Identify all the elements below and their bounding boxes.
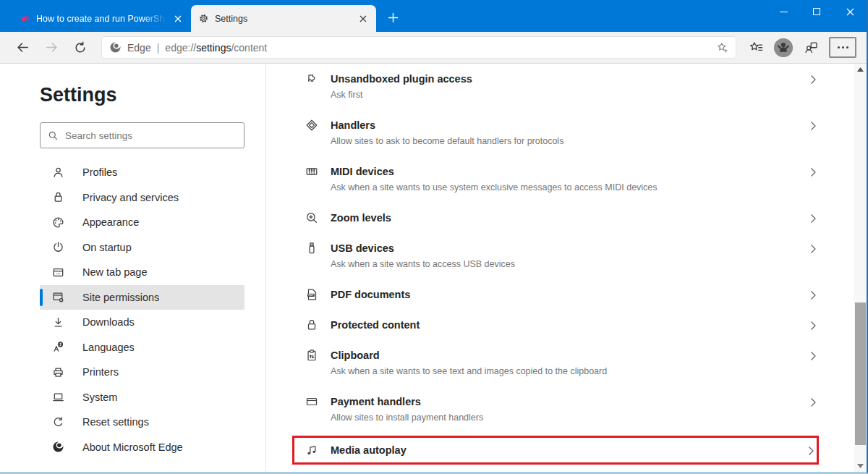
tab-powershell-article[interactable]: How to create and run PowerShe (13, 5, 191, 32)
midi-icon (305, 165, 318, 178)
setting-row-clipboard[interactable]: Clipboard Ask when a site wants to see t… (305, 340, 819, 386)
toolbar: Edge | edge://settings/content (0, 32, 867, 64)
chevron-right-icon (805, 445, 817, 457)
settings-page: Settings Profiles Priv (0, 64, 867, 472)
chevron-right-icon (807, 289, 819, 301)
svg-text:PDF: PDF (309, 294, 314, 297)
site-permissions-list: Unsandboxed plugin access Ask first Hand… (266, 64, 854, 472)
address-bar[interactable]: Edge | edge://settings/content (101, 36, 736, 59)
close-window-icon[interactable] (833, 0, 867, 23)
handlers-icon (305, 119, 318, 132)
sidebar-item-label: On startup (82, 242, 132, 253)
scrollbar-thumb[interactable] (855, 302, 866, 445)
favorites-bar-icon[interactable] (745, 37, 767, 59)
sidebar-item-downloads[interactable]: Downloads (40, 310, 244, 335)
sidebar-item-system[interactable]: System (40, 385, 244, 410)
setting-title: MIDI devices (331, 164, 807, 179)
setting-row-payment-handlers[interactable]: Payment handlers Allow sites to install … (305, 386, 819, 433)
search-icon (48, 130, 59, 141)
close-icon[interactable] (172, 13, 184, 25)
setting-desc: Allow sites to ask to become default han… (331, 134, 807, 149)
sidebar-item-appearance[interactable]: Appearance (40, 210, 244, 235)
refresh-icon[interactable] (68, 36, 93, 59)
sidebar-item-printers[interactable]: Printers (40, 360, 244, 385)
feedback-icon[interactable] (800, 37, 822, 59)
sidebar-item-reset-settings[interactable]: Reset settings (40, 410, 244, 435)
toolbar-right (745, 37, 856, 59)
setting-row-protected-content[interactable]: Protected content (305, 310, 819, 340)
chevron-right-icon (807, 120, 819, 132)
setting-desc: Allow sites to install payment handlers (331, 410, 807, 426)
new-tab-icon[interactable] (383, 8, 402, 27)
sidebar-item-label: Profiles (82, 166, 117, 178)
edge-logo-icon (109, 41, 122, 54)
sidebar-item-label: New tab page (82, 266, 147, 278)
profile-icon (52, 166, 64, 179)
browser-window: How to create and run PowerShe Settings (0, 0, 868, 474)
add-favorite-icon[interactable] (716, 41, 728, 54)
sidebar-item-languages[interactable]: Languages (40, 335, 244, 360)
setting-row-unsandboxed-plugin-access[interactable]: Unsandboxed plugin access Ask first (305, 64, 819, 110)
setting-row-midi-devices[interactable]: MIDI devices Ask when a site wants to us… (305, 156, 819, 203)
titlebar: How to create and run PowerShe Settings (0, 0, 867, 32)
reset-icon (52, 416, 64, 428)
avatar[interactable] (774, 38, 793, 57)
chevron-right-icon (807, 350, 819, 362)
download-icon (52, 316, 64, 329)
chevron-right-icon (807, 166, 819, 178)
scroll-up-icon[interactable] (854, 64, 867, 75)
sidebar-item-profiles[interactable]: Profiles (40, 160, 244, 185)
setting-desc: Ask when a site wants to use system excl… (331, 180, 807, 195)
media-autoplay-icon (305, 444, 318, 457)
chevron-right-icon (807, 74, 819, 85)
sidebar-item-label: Printers (82, 366, 119, 378)
chevron-right-icon (807, 320, 819, 331)
sidebar-item-label: Reset settings (82, 416, 149, 428)
more-icon[interactable] (829, 37, 856, 58)
minimize-icon[interactable] (767, 0, 800, 23)
sidebar-item-privacy[interactable]: Privacy and services (40, 185, 244, 211)
setting-desc: Ask first (331, 88, 807, 103)
setting-row-handlers[interactable]: Handlers Allow sites to ask to become de… (305, 110, 819, 156)
sidebar-item-label: Languages (82, 342, 135, 353)
scroll-down-icon[interactable] (854, 460, 867, 472)
chevron-right-icon (807, 213, 819, 224)
protected-lock-icon (305, 318, 318, 331)
sidebar: Settings Profiles Priv (0, 64, 266, 472)
setting-title: USB devices (331, 240, 807, 256)
sidebar-item-on-startup[interactable]: On startup (40, 235, 244, 261)
close-icon[interactable] (357, 13, 369, 25)
sidebar-item-site-permissions[interactable]: Site permissions (40, 285, 244, 310)
setting-row-zoom-levels[interactable]: Zoom levels (305, 203, 819, 233)
sidebar-item-label: Downloads (82, 316, 135, 328)
laptop-icon (52, 391, 64, 403)
search-input[interactable] (65, 130, 237, 141)
vertical-scrollbar[interactable] (854, 64, 867, 472)
puzzle-icon (305, 72, 318, 85)
tab-title: Settings (215, 14, 352, 24)
address-engine-label: Edge (127, 42, 151, 54)
chevron-right-icon (807, 243, 819, 255)
setting-title: PDF documents (331, 287, 807, 302)
maximize-icon[interactable] (800, 0, 833, 23)
setting-row-usb-devices[interactable]: USB devices Ask when a site wants to acc… (305, 233, 819, 279)
lock-icon (52, 191, 64, 203)
tab-settings[interactable]: Settings (191, 5, 376, 32)
setting-row-media-autoplay[interactable]: Media autoplay (292, 436, 819, 465)
setting-title: Unsandboxed plugin access (331, 71, 807, 87)
scrollbar-track[interactable] (854, 75, 867, 460)
sidebar-item-new-tab-page[interactable]: New tab page (40, 260, 244, 285)
back-icon[interactable] (10, 36, 35, 59)
tab-title: How to create and run PowerShe (36, 14, 166, 24)
address-url[interactable]: edge://settings/content (165, 42, 710, 54)
sidebar-item-about[interactable]: About Microsoft Edge (40, 435, 244, 460)
setting-title: Payment handlers (331, 394, 807, 410)
sidebar-item-label: Privacy and services (82, 192, 179, 203)
forward-icon[interactable] (39, 36, 64, 59)
chevron-right-icon (807, 397, 819, 408)
setting-row-pdf-documents[interactable]: PDF PDF documents (305, 279, 819, 310)
setting-title: Handlers (331, 117, 807, 133)
search-box[interactable] (40, 122, 244, 148)
sidebar-item-label: Appearance (82, 216, 139, 228)
setting-title: Clipboard (331, 347, 807, 363)
